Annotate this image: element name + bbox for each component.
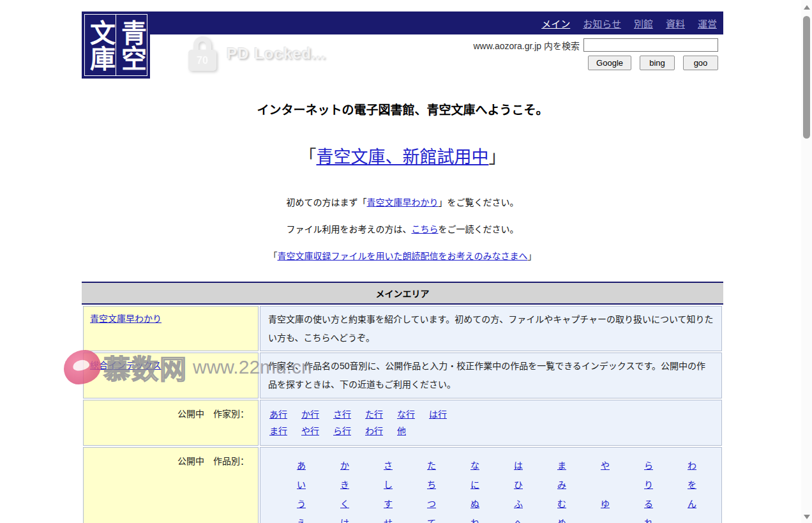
work-kana-link[interactable]: ち — [427, 480, 436, 490]
author-group-link[interactable]: ま行 — [269, 426, 287, 436]
work-kana-link[interactable]: な — [470, 460, 479, 471]
author-group-link[interactable]: さ行 — [333, 409, 351, 420]
work-kana-link[interactable]: え — [297, 518, 306, 523]
nav-link[interactable]: お知らせ — [583, 19, 621, 29]
scrollbar-thumb[interactable] — [803, 16, 810, 139]
work-kana-link[interactable]: ゆ — [601, 499, 610, 509]
work-kana-cell: ま — [540, 457, 583, 476]
work-kana-link[interactable]: に — [470, 480, 479, 490]
author-group-line: あ行か行さ行た行な行は行 — [269, 407, 714, 423]
vertical-scrollbar[interactable] — [801, 0, 812, 523]
work-kana-cell: る — [627, 495, 670, 514]
scroll-up-arrow-icon[interactable] — [804, 5, 810, 10]
intro-beginners-suffix: 」をご覧ください。 — [439, 197, 519, 208]
work-kana-link[interactable]: か — [340, 460, 349, 471]
work-kana-link[interactable]: は — [514, 460, 523, 471]
table-row: 公開中 作品別： あかさたなはまやらわいきしちにひみりをうくすつぬふむゆるんえけ… — [83, 447, 722, 523]
nav-link[interactable]: メイン — [541, 19, 570, 29]
index-cell: 総合インデックス — [83, 352, 259, 398]
work-kana-link[interactable]: す — [384, 499, 393, 509]
scroll-down-arrow-icon[interactable] — [804, 515, 810, 519]
search-button-google[interactable]: Google — [588, 56, 631, 70]
work-kana-link[interactable]: つ — [427, 499, 436, 509]
work-kana-link[interactable]: ん — [688, 499, 696, 509]
broadcast-link[interactable]: 青空文庫収録ファイルを用いた朗読配信をお考えのみなさまへ — [278, 251, 528, 261]
author-group-link[interactable]: 他 — [397, 426, 406, 436]
broadcast-open-bracket: 「 — [269, 251, 278, 261]
work-kana-link[interactable]: せ — [384, 518, 393, 523]
aozora-logo[interactable]: 文庫青空 — [82, 11, 150, 79]
work-kana-link[interactable]: ふ — [514, 499, 523, 509]
work-kana-link[interactable]: み — [557, 480, 566, 490]
work-kana-link[interactable]: れ — [644, 518, 653, 523]
work-kana-cell: む — [540, 495, 583, 514]
work-kana-link[interactable]: し — [384, 480, 393, 490]
work-kana-empty — [583, 514, 627, 523]
nav-link[interactable]: 資料 — [666, 19, 685, 29]
author-group-link[interactable]: あ行 — [269, 409, 287, 420]
nav-link[interactable]: 運営 — [698, 19, 717, 29]
work-kana-cell: け — [323, 514, 366, 523]
search-label: www.aozora.gr.jp 内を検索 — [474, 39, 580, 52]
work-kana-link[interactable]: さ — [384, 460, 393, 471]
work-kana-link[interactable]: く — [340, 499, 349, 509]
work-kana-link[interactable]: や — [601, 460, 610, 471]
search-button-goo[interactable]: goo — [683, 56, 718, 70]
work-kana-link[interactable]: む — [557, 499, 566, 509]
work-kana-link[interactable]: わ — [688, 460, 696, 471]
banner-open-bracket: 「 — [299, 148, 317, 167]
work-kana-link[interactable]: め — [557, 518, 566, 523]
work-kana-link[interactable]: ぬ — [470, 499, 479, 509]
work-kana-link[interactable]: て — [427, 518, 436, 523]
work-kana-link[interactable]: い — [297, 480, 306, 490]
search-input[interactable] — [583, 38, 718, 52]
work-kana-link[interactable]: う — [297, 499, 306, 509]
work-kana-link[interactable]: ら — [644, 460, 653, 471]
work-kana-link[interactable]: る — [644, 499, 653, 509]
search-button-bing[interactable]: bing — [640, 56, 675, 70]
work-kana-link[interactable]: ひ — [514, 480, 523, 490]
work-kana-cell: ね — [453, 514, 497, 523]
author-group-link[interactable]: ら行 — [333, 426, 351, 436]
work-kana-cell: ぬ — [453, 495, 497, 514]
author-group-link[interactable]: は行 — [429, 409, 447, 420]
work-kana-cell: ら — [627, 457, 670, 476]
author-group-link[interactable]: や行 — [301, 426, 319, 436]
work-kana-cell: ひ — [497, 476, 540, 495]
table-row: 総合インデックス 作家名、作品名の50音別に、公開作品と入力・校正作業中の作品を… — [83, 352, 722, 398]
work-kana-cell: て — [410, 514, 453, 523]
kochira-link[interactable]: こちら — [412, 224, 439, 234]
main-area-header: メインエリア — [82, 282, 723, 305]
work-kana-link[interactable]: り — [644, 480, 653, 490]
work-kana-link[interactable]: た — [427, 460, 436, 471]
hayawakari-table-link[interactable]: 青空文庫早わかり — [90, 314, 162, 324]
nav-link[interactable]: 別館 — [634, 19, 653, 29]
work-kana-link[interactable]: を — [688, 480, 696, 490]
work-kana-cell: り — [627, 476, 670, 495]
work-kana-link[interactable]: け — [340, 518, 349, 523]
author-group-link[interactable]: な行 — [397, 409, 415, 420]
work-kana-link[interactable]: へ — [514, 518, 523, 523]
work-kana-cell: さ — [366, 457, 410, 476]
work-kana-cell: う — [280, 495, 323, 514]
work-kana-link[interactable]: き — [340, 480, 349, 490]
site-search: www.aozora.gr.jp 内を検索 Googlebinggoo — [455, 38, 718, 70]
table-row: 青空文庫早わかり 青空文庫の使い方と約束事を紹介しています。初めての方、ファイル… — [83, 306, 722, 351]
work-kana-cell: か — [323, 457, 366, 476]
author-group-line: ま行や行ら行わ行他 — [269, 423, 714, 440]
broadcast-close-bracket: 」 — [528, 251, 537, 261]
hayawakari-link[interactable]: 青空文庫早わかり — [367, 197, 439, 208]
work-kana-cell: た — [410, 457, 453, 476]
nav-links: メインお知らせ別館資料運営 — [529, 17, 717, 30]
work-kana-link[interactable]: ま — [557, 460, 566, 471]
work-kana-cell: ふ — [497, 495, 540, 514]
new-site-link[interactable]: 青空文庫、新館試用中 — [317, 148, 489, 167]
intro-file-use-suffix: をご一読ください。 — [439, 224, 519, 234]
author-group-link[interactable]: か行 — [301, 409, 319, 420]
author-group-link[interactable]: た行 — [365, 409, 383, 420]
work-kana-link[interactable]: あ — [297, 460, 306, 471]
author-group-link[interactable]: わ行 — [365, 426, 383, 436]
work-kana-cell: な — [453, 457, 497, 476]
work-kana-link[interactable]: ね — [470, 518, 479, 523]
general-index-link[interactable]: 総合インデックス — [90, 360, 162, 370]
